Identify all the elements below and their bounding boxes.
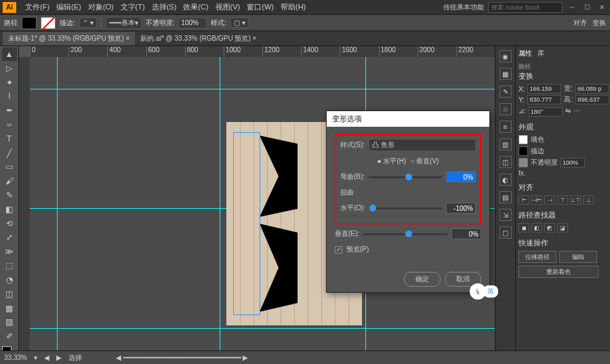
fx-button[interactable]: fx. (518, 169, 526, 177)
flip-h-icon[interactable]: ⇋ (565, 107, 571, 117)
brush-dropdown[interactable]: ━━━ 基本 ▾ (106, 17, 142, 29)
width-tool[interactable]: ≫ (2, 245, 17, 258)
opacity-swatch[interactable] (518, 158, 528, 167)
dialog-title[interactable]: 变形选项 (327, 111, 489, 127)
vertical-ruler[interactable] (19, 57, 30, 361)
horizontal-distort-slider[interactable] (369, 207, 442, 209)
color-panel-icon[interactable]: ◉ (500, 50, 512, 62)
bend-input[interactable] (446, 171, 476, 182)
guide-horizontal[interactable] (30, 89, 495, 89)
properties-tab[interactable]: 属性 (518, 49, 532, 58)
menu-edit[interactable]: 编辑(E) (53, 2, 85, 12)
align-center-v-button[interactable]: ⊥⊤ (570, 195, 581, 205)
guide-vertical[interactable] (220, 57, 220, 361)
eyedropper-tool[interactable]: ✐ (2, 329, 17, 343)
warp-style-dropdown[interactable]: 凸 鱼形 (369, 139, 476, 151)
vertical-radio[interactable]: ○ 垂直(V) (410, 157, 439, 166)
menu-object[interactable]: 对象(O) (85, 2, 117, 12)
brushes-panel-icon[interactable]: ✎ (500, 85, 512, 98)
style-dropdown[interactable]: ▢ ▾ (230, 18, 249, 28)
vertical-distort-slider[interactable] (363, 233, 447, 235)
minimize-button[interactable]: ─ (567, 3, 577, 12)
edit-button[interactable]: 编辑 (559, 251, 597, 263)
menu-select[interactable]: 选择(S) (148, 2, 180, 12)
exclude-button[interactable]: ◪ (557, 223, 568, 232)
horizontal-ruler[interactable]: 0200400600800100012001400160018002000220… (30, 46, 495, 57)
fill-swatch[interactable] (22, 17, 37, 29)
x-input[interactable] (527, 84, 561, 94)
w-input[interactable] (575, 84, 609, 94)
gradient-panel-icon[interactable]: ▥ (500, 138, 512, 150)
artboards-panel-icon[interactable]: ▢ (500, 226, 512, 239)
artboard-nav-next[interactable]: ▶ (56, 354, 62, 361)
menu-type[interactable]: 文字(T) (117, 2, 148, 12)
search-input[interactable] (488, 2, 563, 13)
eraser-tool[interactable]: ◧ (2, 203, 17, 216)
selection-tool[interactable]: ▲ (2, 47, 17, 61)
appearance-panel-icon[interactable]: ◐ (500, 174, 512, 186)
selection-bounds[interactable] (233, 132, 260, 315)
guide-vertical[interactable] (57, 57, 58, 361)
horizontal-distort-input[interactable] (446, 203, 476, 214)
libraries-tab[interactable]: 库 (537, 49, 544, 58)
swatches-panel-icon[interactable]: ▦ (500, 68, 512, 80)
stroke-swatch[interactable] (41, 17, 56, 29)
h-input[interactable] (575, 95, 609, 104)
bend-slider[interactable] (369, 176, 442, 178)
rotate-tool[interactable]: ⟲ (2, 217, 17, 230)
shaper-tool[interactable]: ✎ (2, 188, 17, 202)
align-right-button[interactable]: ⊣ (544, 195, 555, 205)
perspective-tool[interactable]: ◫ (2, 287, 17, 301)
y-input[interactable] (527, 95, 561, 104)
lasso-tool[interactable]: ⌇ (2, 89, 17, 103)
close-button[interactable]: ✕ (596, 3, 607, 12)
curvature-tool[interactable]: ⎃ (2, 118, 17, 132)
align-left-button[interactable]: ⊢ (518, 195, 529, 205)
intersect-button[interactable]: ◩ (544, 223, 555, 232)
offset-path-button[interactable]: 位移路径 (518, 251, 556, 263)
recolor-button[interactable]: 重新着色 (518, 266, 598, 278)
asset-export-panel-icon[interactable]: ⇲ (500, 209, 512, 221)
vertical-distort-input[interactable] (451, 228, 481, 239)
shape-builder-tool[interactable]: ◔ (2, 273, 17, 287)
align-button[interactable]: 对齐 (573, 18, 587, 28)
preview-checkbox[interactable]: ✓ (335, 246, 342, 254)
unite-button[interactable]: ◼ (518, 223, 529, 232)
layers-panel-icon[interactable]: ▤ (500, 191, 512, 203)
horizontal-radio[interactable]: ● 水平(H) (378, 157, 407, 166)
doc-tab-1[interactable]: 未标题-1* @ 33.33% (RGB/GPU 预览) × (3, 32, 135, 45)
scrollbar-horizontal[interactable]: ◀ ━━━━━━━━━━━━━━━━━━━━━━━━━━━━━ ▶ (116, 354, 249, 361)
artboard-nav-prev[interactable]: ◀ (44, 354, 49, 361)
align-center-h-button[interactable]: ⊣⊢ (531, 195, 542, 205)
guide-horizontal[interactable] (30, 328, 495, 329)
stroke-weight-dropdown[interactable]: ⌃ ▾ (79, 18, 97, 28)
opacity-input[interactable] (178, 18, 207, 28)
menu-view[interactable]: 视图(V) (212, 2, 244, 12)
close-icon[interactable]: × (126, 35, 130, 42)
minus-front-button[interactable]: ◧ (531, 223, 542, 232)
scale-tool[interactable]: ⤢ (2, 231, 17, 245)
zoom-level[interactable]: 33.33% (4, 354, 27, 361)
ok-button[interactable]: 确定 (404, 272, 441, 287)
stroke-swatch[interactable] (518, 146, 528, 156)
stroke-panel-icon[interactable]: ≡ (500, 121, 512, 133)
free-transform-tool[interactable]: ⬚ (2, 259, 17, 272)
opacity-input[interactable] (561, 158, 585, 167)
more-options-icon[interactable]: ⋯ (573, 107, 580, 117)
fill-swatch[interactable] (518, 135, 528, 144)
transform-button[interactable]: 变换 (592, 18, 606, 28)
workspace-label[interactable]: 传统基本功能 (443, 3, 484, 12)
align-top-button[interactable]: ⊤ (557, 195, 568, 205)
menu-effect[interactable]: 效果(C) (180, 2, 211, 12)
zoom-dropdown-icon[interactable]: ▾ (34, 354, 37, 361)
doc-tab-2[interactable]: 新的.ai* @ 33.33% (RGB/GPU 预览) × (135, 32, 262, 45)
maximize-button[interactable]: ☐ (582, 3, 592, 12)
paintbrush-tool[interactable]: 🖌 (2, 174, 17, 188)
rectangle-tool[interactable]: ▭ (2, 161, 17, 174)
menu-file[interactable]: 文件(F) (22, 2, 53, 12)
symbols-panel-icon[interactable]: ☆ (500, 103, 512, 115)
ime-badge[interactable]: 英 (483, 285, 498, 298)
align-bottom-button[interactable]: ⊥ (583, 195, 594, 205)
direct-selection-tool[interactable]: ▷ (2, 62, 17, 75)
menu-window[interactable]: 窗口(W) (243, 2, 277, 12)
